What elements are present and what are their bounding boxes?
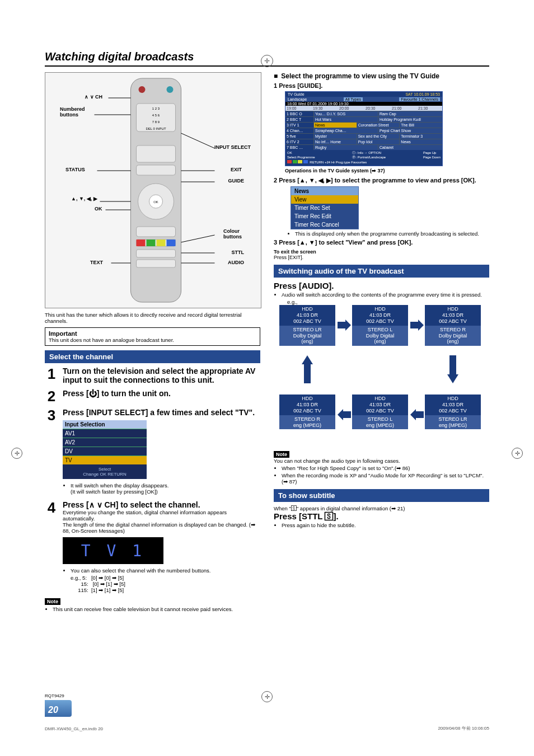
ok-icon: OK [100, 472, 108, 477]
svg-marker-37 [338, 409, 351, 420]
exit-head: To exit the screen [274, 249, 489, 255]
guide-landscape: Landscape [288, 97, 307, 101]
page-number-badge: RQT9429 20 [45, 700, 72, 717]
step-4-examples: e.g., 5: [0] ➡ [0] ➡ [5] 15: [0] ➡ [1] ➡… [63, 575, 260, 593]
aud-4-top: HDD 41:03 DR 002 ABC TV [279, 395, 335, 415]
label-colour: Colour buttons [223, 228, 242, 240]
footer-file: DMR-XW450_GL_en.indb 20 [45, 726, 103, 731]
step-2-pre: Press [ [63, 389, 89, 398]
g-r3-ch: 4 Chan… [285, 128, 313, 133]
g-r5-ch: 6 ITV 2 [285, 139, 313, 144]
step-4-head: Press [∧ ∨ CH] to select the channel. [63, 500, 260, 509]
eg-15: [0] ➡ [1] ➡ [5] [93, 581, 125, 587]
svg-rect-16 [147, 240, 156, 246]
aud-6-top: HDD 41:03 DR 002 ABC TV [425, 395, 481, 415]
input-selection-panel: Input Selection AV1 AV2 DV TV Select Cha… [63, 420, 147, 479]
eg-115: [1] ➡ [1] ➡ [5] [91, 587, 124, 593]
aud-3: HDD 41:03 DR 002 ABC TV STEREO R Dolby D… [425, 305, 481, 346]
note-1: Note This unit can receive free cable te… [45, 598, 260, 612]
guide-t0: 19:00 [287, 106, 310, 110]
sub-head: Press [STTL 🅂]. [274, 511, 489, 521]
important-box: Important This unit does not have an ana… [45, 327, 260, 346]
aud-3-top: HDD 41:03 DR 002 ABC TV [425, 305, 481, 325]
label-ok: OK [95, 206, 102, 212]
note-2-b1: When "Rec for High Speed Copy" is set to… [282, 465, 489, 471]
step-3: 3 Press [INPUT SELECT] a few times and s… [45, 408, 260, 496]
guide-t1: 19:30 [313, 106, 336, 110]
label-audio: AUDIO [228, 260, 244, 265]
power-icon: ⏻ [89, 389, 97, 398]
svg-line-29 [181, 235, 215, 242]
audio-p: Audio will switch according to the conte… [282, 292, 489, 298]
g-r1-p1: Holiday Programm Kudl [378, 116, 442, 122]
g-r0-ch: 1 BBC O [285, 111, 313, 116]
g-r6-ch: 7 BBC … [285, 144, 313, 150]
section-select-channel: Select the channel [45, 350, 260, 363]
section-switch-audio: Switching audio of the TV broadcast [274, 265, 489, 278]
ctx-set: Timer Rec Set [291, 204, 358, 212]
crop-mark-left: ✛ [11, 448, 22, 459]
g-r3-p0: Scrapheap Cha… [313, 128, 378, 133]
guide-ops-link: Operations in the TV Guide system (➡ 37) [285, 168, 489, 173]
guide-f2: ⓘ: Info → OPTION ⓟ: Portrait/Landscape [352, 151, 386, 160]
label-input-select: INPUT SELECT [214, 144, 251, 150]
aud-5: HDD 41:03 DR 002 ABC TV STEREO L eng (MP… [352, 395, 408, 429]
guide-t2: 20:00 [339, 106, 362, 110]
input-sel-av2: AV2 [63, 438, 147, 447]
aud-6: HDD 41:03 DR 002 ABC TV STEREO LR eng (M… [425, 395, 481, 429]
svg-rect-15 [137, 240, 146, 246]
guide-footer: OK Select Programme ⓘ: Info → OPTION ⓟ: … [285, 150, 442, 166]
guide-title: TV Guide [288, 92, 305, 96]
aud-5-top: HDD 41:03 DR 002 ABC TV [352, 395, 408, 415]
step-3-b1: It will switch when the display disappea… [71, 482, 260, 495]
arrow-up-1 [302, 355, 313, 383]
guide-heading: ■ Select the programme to view using the… [274, 72, 489, 80]
step-4-number: 4 [45, 500, 58, 515]
step-3-head: Press [INPUT SELECT] a few times and sel… [63, 408, 260, 417]
guide-allch: Favourite 1:Channels [399, 97, 440, 101]
aud-6-bot: STEREO LR eng (MPEG) [425, 415, 481, 430]
aud-4: HDD 41:03 DR 002 ABC TV STEREO R eng (MP… [279, 395, 335, 429]
guide-f3: Page Up Page Down [423, 151, 441, 160]
eg-label: e.g., 5: [71, 575, 87, 581]
label-sttl: STTL [232, 250, 245, 255]
crop-mark-top: ✛ [261, 55, 273, 67]
square-bullet-icon: ■ [274, 72, 278, 80]
input-sel-change: Change [83, 472, 99, 477]
g-r5-p1: Pop Idol [357, 139, 400, 144]
ctx-view: View [291, 195, 358, 204]
g-r3-p1: Pepsi Chart Show [378, 128, 442, 133]
eg-5: [0] ➡ [0] ➡ [5] [91, 575, 124, 581]
svg-rect-17 [157, 240, 166, 246]
input-sel-return: RETURN [107, 472, 126, 477]
input-sel-dv: DV [63, 447, 147, 456]
exit-text: Press [EXIT]. [274, 255, 489, 260]
note-2-b2: When the recording mode is XP and "Audio… [282, 472, 489, 485]
aud-1-bot: STEREO LR Dolby Digital (eng) [279, 326, 335, 346]
footer-right: 2009/04/08 午前 10:06:05 [438, 725, 489, 731]
aud-5-bot: STEREO L eng (MPEG) [352, 415, 408, 430]
g-r5-p2: News [399, 139, 442, 144]
left-column: 1 2 3 4 5 6 7 8 9 DEL 0 INPUT OK [45, 72, 260, 613]
audio-cycle: HDD 41:03 DR 002 ABC TV STEREO LR Dolby … [274, 305, 489, 450]
aud-2-bot: STEREO L Dolby Digital (eng) [352, 326, 408, 346]
input-sel-tv: TV [63, 456, 147, 464]
step-4-p2: The length of time the digital channel i… [63, 522, 260, 534]
input-sel-footer: Select Change OK RETURN [63, 464, 147, 479]
note-1-text: This unit can receive free cable televis… [53, 606, 260, 612]
guide-timebar: 19:00 19:30 20:00 20:30 21:00 21:30 [285, 106, 442, 111]
g-r4-p2: Terminator 3 [399, 133, 442, 139]
important-label: Important [49, 330, 256, 337]
svg-text:7  8  9: 7 8 9 [152, 120, 160, 124]
aud-3-bot: STEREO R Dolby Digital (eng) [425, 326, 481, 346]
step-2-head: Press [⏻] to turn the unit on. [63, 389, 260, 398]
guide-datetime: SAT 10.01.09 18:53 [405, 92, 440, 96]
svg-marker-38 [302, 355, 313, 383]
step-4-bullets: You can also select the channel with the… [63, 567, 260, 574]
svg-text:DEL 0 INPUT: DEL 0 INPUT [146, 127, 166, 130]
aud-1-top: HDD 41:03 DR 002 ABC TV [279, 305, 335, 325]
sub-p1-pre: When " [274, 505, 291, 511]
guide-step-1: 1 Press [GUIDE]. [274, 82, 489, 89]
svg-marker-35 [447, 355, 458, 383]
crop-mark-right: ✛ [512, 448, 523, 459]
